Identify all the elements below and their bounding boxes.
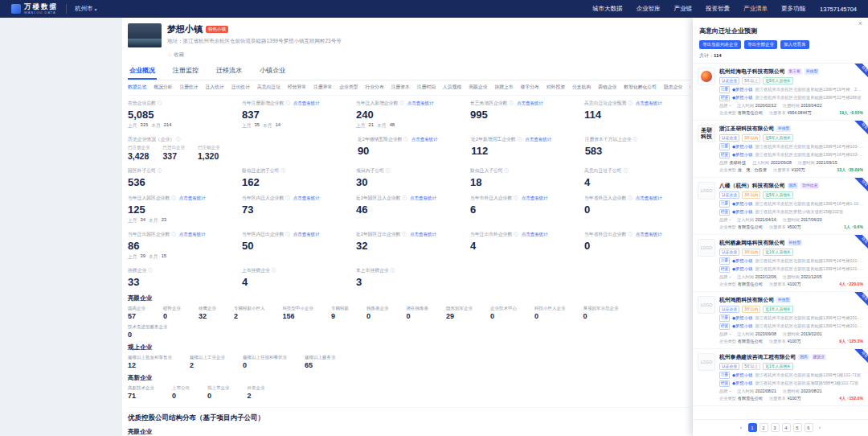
company-name[interactable]: 杭州泰鼎建设咨询工程有限公司 bbox=[719, 353, 796, 361]
park-link[interactable]: ◆梦想小镇 bbox=[732, 372, 752, 378]
page-next[interactable]: › bbox=[816, 423, 825, 432]
subtab[interactable]: 楼宇分布 bbox=[521, 84, 539, 91]
view-stats-link[interactable]: 点击查看统计 bbox=[293, 232, 320, 237]
company-card[interactable]: 培育LOGO杭州栖象网络科技有限公司科技型认证企业3年以内近1年人员增长注册◆梦… bbox=[693, 235, 868, 292]
stat-value: 4 bbox=[584, 176, 690, 188]
subtab[interactable]: 企业类型 bbox=[339, 84, 358, 91]
subtab[interactable]: 注册统计 bbox=[179, 84, 198, 91]
company-name[interactable]: 八楼（杭州）科技有限公司 bbox=[719, 182, 785, 190]
page-prev[interactable]: ‹ bbox=[737, 423, 746, 432]
park-link[interactable]: ◆梦想小镇 bbox=[732, 266, 752, 272]
company-name[interactable]: 杭州栖象网络科技有限公司 bbox=[719, 239, 785, 247]
subtab[interactable]: 注册异常 bbox=[313, 84, 332, 91]
company-name[interactable]: 杭州鸿图科技有限公司 bbox=[719, 296, 774, 304]
park-link[interactable]: ◆梦想小镇 bbox=[732, 87, 752, 93]
info-icon: ⓘ bbox=[158, 101, 162, 106]
stat-label: 当年省外迁入企业数ⓘ点击查看统计 bbox=[584, 195, 690, 202]
favorite-button[interactable]: ☆ 收藏 bbox=[167, 51, 184, 59]
company-name[interactable]: 杭州炬海电子科技有限公司 bbox=[719, 68, 785, 76]
mini-stat: 专精特新小巨人2 bbox=[234, 306, 265, 320]
nav-item-3[interactable]: 投资智囊 bbox=[706, 5, 730, 13]
close-icon[interactable]: × bbox=[858, 20, 862, 27]
park-link[interactable]: ◆梦想小镇 bbox=[732, 201, 752, 207]
tab[interactable]: 注册监控 bbox=[171, 64, 200, 80]
nav-item-4[interactable]: 产业清单 bbox=[743, 5, 768, 13]
subtab[interactable]: 纳税排名 bbox=[690, 84, 690, 91]
view-stats-link[interactable]: 点击查看统计 bbox=[293, 101, 320, 106]
view-stats-link[interactable]: 点击查看统计 bbox=[636, 232, 662, 237]
subtab[interactable]: 数智化孵化公司 bbox=[624, 84, 657, 91]
company-name[interactable]: 浙江圣研科技有限公司 bbox=[719, 125, 774, 133]
subtab[interactable]: 隐患企业 bbox=[664, 84, 682, 91]
company-card[interactable]: 培育圣研科技浙江圣研科技有限公司科技型认证企业3年以内近5年人员增长注册◆梦想小… bbox=[693, 121, 868, 178]
view-stats-link[interactable]: 点击查看统计 bbox=[636, 101, 662, 106]
export-button-1[interactable]: 导出全部企业 bbox=[744, 40, 777, 49]
subtab[interactable]: 注册时间 bbox=[417, 84, 436, 91]
info-icon: ⓘ bbox=[628, 195, 633, 201]
view-stats-link[interactable]: 点击查看统计 bbox=[411, 137, 438, 142]
view-stats-link[interactable]: 点击查看统计 bbox=[517, 101, 543, 106]
park-link[interactable]: ◆梦想小镇 bbox=[732, 144, 752, 150]
export-button-0[interactable]: 导出当前列表企业 bbox=[699, 40, 741, 49]
company-card[interactable]: 培育LOGO杭州鸿图科技有限公司科技型认证企业3年以内近1年人员增长注册◆梦想小… bbox=[693, 292, 868, 349]
view-stats-link[interactable]: 点击查看统计 bbox=[522, 195, 548, 201]
address-type-tag: 经营 bbox=[719, 152, 730, 159]
subtab[interactable]: 两链企业 bbox=[598, 84, 616, 91]
view-stats-link[interactable]: 点击查看统计 bbox=[410, 195, 436, 201]
page-5[interactable]: 5 bbox=[793, 423, 802, 432]
page-4[interactable]: 4 bbox=[782, 423, 791, 432]
app-logo[interactable]: 万楼数据 WANLOU DATA bbox=[11, 3, 58, 14]
subtab[interactable]: 人员规模 bbox=[443, 84, 461, 91]
park-link[interactable]: ◆梦想小镇 bbox=[732, 380, 752, 386]
subtab[interactable]: 数据总览 bbox=[128, 84, 146, 91]
page-3[interactable]: 3 bbox=[771, 423, 780, 432]
tab[interactable]: 企业概况 bbox=[128, 64, 157, 80]
city-selector[interactable]: 杭州市 ▾ bbox=[66, 4, 97, 14]
company-card[interactable]: 培育LOGO八楼（杭州）科技有限公司国高软件信息认证企业3年以内近5年人员增长注… bbox=[693, 178, 868, 235]
tab[interactable]: 小镇企业 bbox=[258, 64, 287, 80]
nav-item-1[interactable]: 企业智库 bbox=[637, 5, 661, 13]
address-type-tag: 经营 bbox=[719, 95, 730, 102]
view-stats-link[interactable]: 点击查看统计 bbox=[410, 232, 436, 237]
park-link[interactable]: ◆梦想小镇 bbox=[732, 95, 752, 101]
park-link[interactable]: ◆梦想小镇 bbox=[732, 315, 752, 321]
mini-stat-row: 国高企业57瞪羚企业0雄鹰企业32专精特新小巨人2科技型中小企业156专精特新9… bbox=[128, 306, 690, 320]
subtab[interactable]: 注册资本 bbox=[391, 84, 410, 91]
stat-card: 近2年新增用工企业数ⓘ点击查看统计112 bbox=[471, 136, 576, 161]
park-link[interactable]: ◆梦想小镇 bbox=[732, 258, 752, 264]
subtab[interactable]: 迁出统计 bbox=[231, 84, 250, 91]
view-stats-link[interactable]: 点击查看统计 bbox=[407, 101, 434, 106]
subtab[interactable]: 行业分布 bbox=[365, 84, 383, 91]
page-6[interactable]: 6 bbox=[805, 423, 813, 432]
nav-item-0[interactable]: 城市大数据 bbox=[592, 5, 623, 13]
subtab[interactable]: 亮眼企业 bbox=[469, 84, 487, 91]
view-stats-link[interactable]: 点击查看统计 bbox=[293, 195, 320, 201]
export-button-2[interactable]: 加入培育库 bbox=[780, 40, 809, 49]
view-stats-link[interactable]: 点击查看统计 bbox=[179, 232, 206, 237]
company-pill: 认证企业 bbox=[719, 363, 739, 370]
company-card[interactable]: 培育杭州炬海电子科技有限公司新三板科技型认证企业5年以上近5年人员增长注册◆梦想… bbox=[693, 64, 868, 121]
subtab[interactable]: 挂牌上市 bbox=[494, 84, 513, 91]
nav-item-5[interactable]: 更多功能 bbox=[781, 5, 805, 13]
subtab[interactable]: 迁入统计 bbox=[206, 84, 224, 91]
park-link[interactable]: ◆梦想小镇 bbox=[732, 209, 752, 215]
subtab[interactable]: 经营异常 bbox=[288, 84, 306, 91]
park-link[interactable]: ◆梦想小镇 bbox=[732, 152, 752, 158]
stat-value: 3 bbox=[356, 276, 462, 288]
subtab[interactable]: 分支机构 bbox=[572, 84, 591, 91]
subtab[interactable]: 概况分析 bbox=[154, 84, 172, 91]
stat-label: 历史企业情况（企业）ⓘ bbox=[128, 136, 350, 143]
park-link[interactable]: ◆梦想小镇 bbox=[732, 323, 752, 329]
view-stats-link[interactable]: 点击查看统计 bbox=[525, 137, 551, 142]
company-address: 浙江省杭州市余杭区梦想小镇天使村15幢102室 bbox=[755, 209, 843, 215]
view-stats-link[interactable]: 点击查看统计 bbox=[179, 195, 206, 201]
view-stats-link[interactable]: 点击查看统计 bbox=[636, 195, 662, 201]
company-card[interactable]: 培育LOGO杭州泰鼎建设咨询工程有限公司国高建筑业认证企业5年以上近1年人员增长… bbox=[693, 349, 868, 406]
subtab[interactable]: 高意向迁址 bbox=[257, 84, 280, 91]
tab[interactable]: 迁移流水 bbox=[215, 64, 244, 80]
view-stats-link[interactable]: 点击查看统计 bbox=[522, 232, 548, 237]
nav-item-2[interactable]: 产业链 bbox=[674, 5, 693, 13]
subtab[interactable]: 对外投资 bbox=[547, 84, 565, 91]
page-1[interactable]: 1 bbox=[748, 423, 757, 432]
page-2[interactable]: 2 bbox=[760, 423, 768, 432]
